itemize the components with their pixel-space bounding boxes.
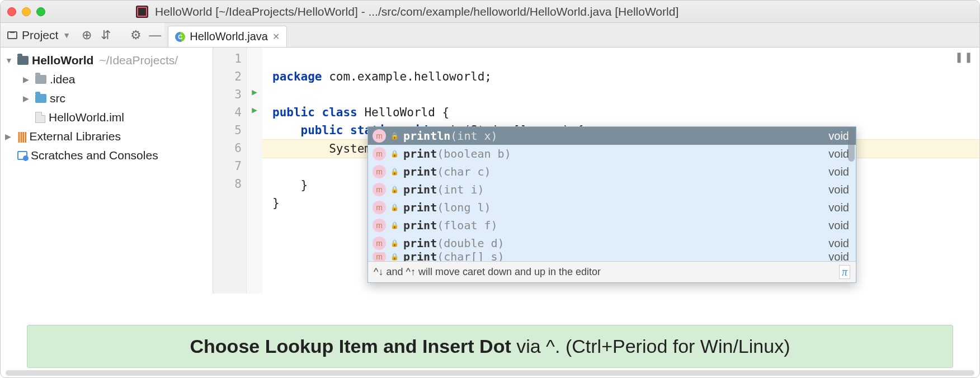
tab-filename: HelloWorld.java [190,30,268,43]
project-tool-window-button[interactable]: Project ▼ [1,29,77,42]
tip-rest: via ^. (Ctrl+Period for Win/Linux) [511,336,790,357]
window-minimize-button[interactable] [22,7,31,16]
tree-label: HelloWorld.iml [49,111,124,124]
tree-label: src [50,92,65,105]
tree-label: Scratches and Consoles [31,149,158,162]
visibility-icon: 🔒 [390,168,399,176]
line-number[interactable]: 8 [213,175,242,193]
project-icon [7,31,17,39]
settings-button[interactable]: ⚙ [126,26,145,45]
project-tree[interactable]: ▼ HelloWorld ~/IdeaProjects/ ▶ .idea ▶ s… [1,48,213,294]
module-folder-icon [17,56,29,65]
expand-arrow-icon[interactable]: ▼ [5,56,14,65]
method-badge-icon: m [373,201,386,214]
tree-label: .idea [50,73,76,86]
tree-item-iml[interactable]: HelloWorld.iml [1,108,213,127]
method-badge-icon: m [373,129,386,143]
code-text: HelloWorld { [357,106,449,119]
line-number[interactable]: 6 [213,139,242,157]
inspections-indicator-icon[interactable]: ❚❚ [955,51,974,63]
expand-arrow-icon[interactable]: ▶ [5,132,14,141]
line-number[interactable]: 2 [213,68,242,86]
method-badge-icon: m [373,165,386,178]
window-title: HelloWorld [~/IdeaProjects/HelloWorld] -… [155,5,679,18]
completion-item[interactable]: m🔒println(int x)void [368,127,856,145]
toolbar: Project ▼ ⊕ ⇵ ⚙ — HelloWorld.java ✕ [1,23,979,48]
line-number[interactable]: 3 [213,86,242,103]
return-type: void [828,219,849,232]
tree-item-src[interactable]: ▶ src [1,89,213,108]
completion-item[interactable]: m🔒print(float f)void [368,216,856,234]
code-completion-popup[interactable]: m🔒println(int x)voidm🔒print(boolean b)vo… [368,126,856,283]
completion-item[interactable]: m🔒print(char[] s)void [368,252,856,261]
horizontal-scrollbar[interactable] [6,370,974,376]
visibility-icon: 🔒 [390,221,399,229]
tree-item-external-libraries[interactable]: ▶ |||| External Libraries [1,127,213,146]
code-text: com.example.helloworld; [322,70,492,83]
method-badge-icon: m [373,237,386,250]
libraries-icon: |||| [17,130,26,143]
window-zoom-button[interactable] [36,7,45,16]
java-class-icon [175,32,185,42]
visibility-icon: 🔒 [390,204,399,211]
tree-root[interactable]: ▼ HelloWorld ~/IdeaProjects/ [1,51,213,70]
tip-bold: Choose Lookup Item and Insert Dot [190,336,511,357]
run-class-icon[interactable]: ▶ [247,83,262,101]
hide-tool-window-button[interactable]: — [145,26,164,45]
return-type: void [828,148,849,160]
pi-settings-icon[interactable]: π [839,265,850,279]
expand-arrow-icon[interactable]: ▶ [23,75,32,84]
visibility-icon: 🔒 [390,132,399,140]
chevron-down-icon: ▼ [63,31,70,40]
visibility-icon: 🔒 [390,186,399,193]
scratches-icon [17,151,27,160]
completion-item[interactable]: m🔒print(int i)void [368,181,856,199]
tree-root-name: HelloWorld [32,54,93,67]
completion-item[interactable]: m🔒print(boolean b)void [368,145,856,163]
return-type: void [828,201,849,214]
keyword: class [322,106,357,119]
method-badge-icon: m [373,219,386,232]
tree-root-path: ~/IdeaProjects/ [99,54,178,67]
code-text: } [272,196,280,210]
line-number-gutter[interactable]: 1 2 3 4 5 6 7 8 [213,48,247,294]
line-number[interactable]: 1 [213,50,242,68]
intellij-app-icon [136,6,148,18]
tree-item-scratches[interactable]: Scratches and Consoles [1,146,213,165]
close-tab-icon[interactable]: ✕ [272,31,280,42]
line-number[interactable]: 5 [213,121,242,139]
method-badge-icon: m [373,183,386,196]
line-number[interactable]: 4 [213,103,242,121]
return-type: void [828,166,849,178]
return-type: void [828,183,849,196]
completion-item[interactable]: m🔒print(char c)void [368,163,856,181]
popup-hint-text: ^↓ and ^↑ will move caret down and up in… [374,266,601,278]
return-type: void [828,252,849,261]
editor-tab-helloworld[interactable]: HelloWorld.java ✕ [168,26,287,47]
project-label: Project [22,29,58,42]
run-method-icon[interactable]: ▶ [247,101,262,119]
completion-item[interactable]: m🔒print(double d)void [368,234,856,252]
locate-file-button[interactable]: ⊕ [77,26,96,45]
keyword: public [301,124,343,137]
tree-label: External Libraries [30,130,121,143]
source-folder-icon [35,94,46,103]
tip-banner: Choose Lookup Item and Insert Dot via ^.… [27,325,953,368]
method-badge-icon: m [373,252,386,261]
return-type: void [828,237,849,250]
run-gutter: ▶ ▶ [247,48,262,294]
editor-tab-bar: HelloWorld.java ✕ [164,23,979,47]
completion-item[interactable]: m🔒print(long l)void [368,199,856,216]
tree-item-idea[interactable]: ▶ .idea [1,70,213,89]
visibility-icon: 🔒 [390,239,399,247]
folder-icon [35,75,46,84]
expand-arrow-icon[interactable]: ▶ [23,94,32,103]
window-close-button[interactable] [7,7,16,16]
popup-scrollbar[interactable] [848,128,855,162]
line-number[interactable]: 7 [213,157,242,175]
window-titlebar: HelloWorld [~/IdeaProjects/HelloWorld] -… [1,1,979,23]
code-text: } [272,178,308,192]
collapse-all-button[interactable]: ⇵ [96,26,115,45]
return-type: void [828,130,849,143]
keyword: package [272,70,322,83]
